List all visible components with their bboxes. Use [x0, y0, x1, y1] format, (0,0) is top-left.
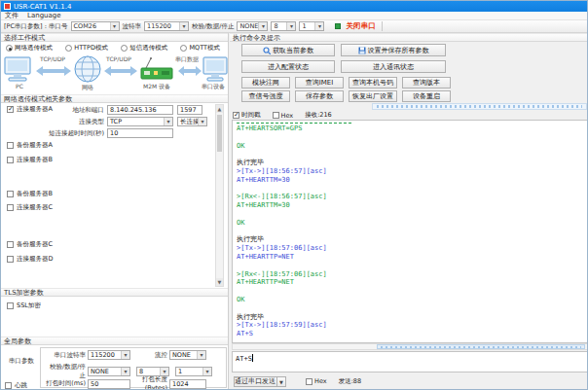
send-command-input[interactable]: AT+S — [232, 351, 588, 372]
hex-checkbox[interactable] — [273, 112, 279, 119]
log-horizontal-scrollbar[interactable] — [232, 343, 588, 350]
ssl-row[interactable]: SSL加密 — [7, 301, 41, 310]
log-line — [237, 150, 587, 159]
timestamp-option[interactable]: 时间戳 — [233, 111, 261, 120]
ssl-checkbox[interactable] — [7, 302, 14, 309]
command-button[interactable]: 查询IMEI — [295, 77, 344, 89]
work-mode-radio[interactable]: MQTT模式 — [180, 44, 220, 53]
command-button[interactable]: 设备重启 — [402, 90, 451, 102]
addr-port-label: 地址和端口 — [40, 106, 104, 115]
network-label: 网络 — [73, 84, 102, 92]
log-line: >[Rx<-][18:56:57][asc] — [237, 193, 587, 201]
baud-combo[interactable]: 115200 — [144, 21, 189, 31]
send-hex-checkbox[interactable] — [306, 378, 312, 385]
save-icon — [358, 47, 366, 54]
progress-dots — [377, 105, 582, 108]
clipped-log-line — [237, 122, 351, 124]
port-combo[interactable]: COM26 — [71, 21, 120, 31]
log-line — [237, 228, 587, 236]
send-hex-label: Hex — [314, 377, 327, 385]
menu-language[interactable]: Language — [27, 12, 61, 19]
toolbar-separator — [382, 21, 383, 31]
hex-option[interactable]: Hex — [273, 112, 294, 120]
scroll-down-icon[interactable]: ▼ — [216, 278, 223, 286]
work-mode-radio[interactable]: 网络透传模式 — [6, 44, 53, 53]
pack-time-input[interactable]: 50 — [88, 379, 130, 389]
serial-params-label: 串口参数 — [9, 357, 34, 366]
backup-server-c-checkbox[interactable] — [7, 241, 14, 248]
command-button[interactable]: 查信号强度 — [241, 90, 290, 102]
backup-server-a-checkbox[interactable] — [7, 142, 14, 149]
work-mode-content: 网络透传模式 HTTPD模式 短信透传模式 MQTT模式 — [1, 42, 228, 94]
send-hex-option[interactable]: Hex — [306, 377, 327, 385]
log-line: OK — [237, 142, 587, 151]
pack-len-input[interactable]: 1024 — [169, 379, 206, 389]
databits-combo[interactable]: 8 — [271, 21, 296, 31]
server-c-label: 连接服务器C — [17, 203, 53, 212]
pc-label: PC — [4, 83, 35, 89]
scroll-up-icon[interactable]: ▲ — [216, 105, 223, 113]
g-baud-label: 串口波特率 — [45, 351, 86, 360]
radio-icon — [6, 45, 13, 52]
log-line: OK — [237, 296, 587, 304]
scrollbar-thumb[interactable] — [217, 115, 222, 152]
menu-file[interactable]: 文件 — [5, 11, 18, 20]
pack-time-label: 打包时间(ms) — [45, 379, 86, 388]
serial-params-groupbox: 串口波特率 115200 流控 NONE 校验/数据/停止 NONE 8 1 打… — [40, 347, 227, 388]
server-address-input[interactable]: 8.140.245.136 — [107, 105, 173, 115]
command-button[interactable]: 保存参数 — [295, 90, 344, 102]
log-line: >[Tx->][18:57:59][asc] — [237, 321, 587, 330]
log-options-row: 时间戳 Hex 接收:216 — [233, 111, 332, 120]
enter-config-button[interactable]: 进入配置状态 — [241, 60, 335, 73]
timestamp-checkbox[interactable] — [233, 112, 239, 119]
work-mode-radio[interactable]: HTTPD模式 — [65, 44, 108, 53]
g-baud-combo[interactable]: 115200 — [88, 350, 130, 360]
log-line — [237, 262, 587, 270]
heartbeat-checkbox[interactable] — [5, 382, 12, 389]
send-dropdown-icon[interactable]: ▼ — [276, 377, 285, 386]
network-globe-icon — [73, 54, 102, 84]
app-icon — [4, 3, 11, 10]
stopbits-combo[interactable]: 1 — [299, 21, 324, 31]
receive-log-area[interactable]: AT+HEARTSORT=GPS OK 执行完毕 >[Tx->][18:56:5… — [232, 120, 588, 343]
net-params-scrollbar[interactable]: ▲ ▼ — [215, 104, 224, 287]
command-button[interactable]: 查询本机号码 — [349, 77, 397, 89]
tls-section-title: TLS加密参数 — [1, 288, 228, 297]
work-mode-radio[interactable]: 短信透传模式 — [121, 44, 167, 53]
serial-device-label: 串口设备 — [194, 83, 233, 91]
short-conn-timeout-input[interactable]: 10 — [107, 128, 173, 138]
heartbeat-row[interactable]: 心跳 — [5, 381, 27, 390]
server-port-input[interactable]: 1597 — [177, 105, 202, 115]
log-lines: AT+HEARTSORT=GPS OK 执行完毕 >[Tx->][18:56:5… — [237, 124, 587, 338]
server-d-row[interactable]: 连接服务器D — [7, 255, 54, 264]
progress-scrollbar[interactable] — [372, 103, 587, 110]
server-b-row[interactable]: 连接服务器B — [7, 156, 53, 164]
server-b-label: 连接服务器B — [17, 156, 53, 164]
close-port-button[interactable]: 关闭串口 — [346, 21, 375, 31]
backup-server-b-row[interactable]: 备份服务器B — [7, 190, 53, 198]
enter-comm-button[interactable]: 进入通讯状态 — [341, 60, 446, 73]
command-button[interactable]: 模块注网 — [241, 77, 290, 89]
backup-server-b-checkbox[interactable] — [7, 191, 14, 197]
h-scrollbar-thumb[interactable] — [377, 344, 585, 349]
server-c-checkbox[interactable] — [7, 204, 14, 211]
get-params-button[interactable]: 获取当前参数 — [241, 44, 335, 56]
command-button[interactable]: 查询版本 — [402, 77, 451, 89]
server-d-checkbox[interactable] — [7, 256, 14, 263]
get-params-label: 获取当前参数 — [273, 46, 313, 55]
serial-data-label: 串口数据 — [166, 55, 207, 64]
radio-icon — [65, 45, 72, 52]
command-button[interactable]: 恢复出厂设置 — [349, 90, 397, 102]
g-flow-combo[interactable]: NONE — [169, 350, 206, 360]
send-via-serial-button[interactable]: 通过串口发送 ▼ — [234, 376, 286, 387]
server-c-row[interactable]: 连接服务器C — [7, 203, 53, 212]
server-a-checkbox[interactable] — [7, 106, 14, 113]
server-b-checkbox[interactable] — [7, 157, 14, 163]
work-mode-section-title: 选择工作模式 — [1, 33, 228, 42]
set-save-params-button[interactable]: 设置并保存所有参数 — [341, 44, 446, 56]
backup-server-c-row[interactable]: 备份服务器C — [7, 240, 53, 249]
keep-alive-combo[interactable]: 长连接 — [177, 117, 207, 126]
conn-type-combo[interactable]: TCP — [107, 117, 173, 126]
parity-combo[interactable]: NONE — [237, 21, 268, 31]
backup-server-a-row[interactable]: 备份服务器A — [7, 141, 53, 150]
